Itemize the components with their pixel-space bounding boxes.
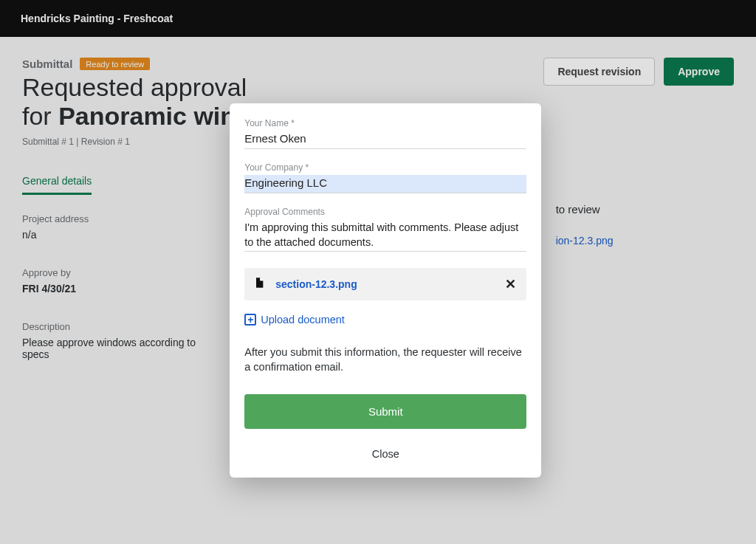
approval-comments-label: Approval Comments: [244, 207, 526, 217]
modal-info-text: After you submit this information, the r…: [244, 345, 526, 375]
field-your-name: Your Name *: [244, 118, 526, 149]
field-approve-by: Approve by FRI 4/30/21: [22, 267, 200, 295]
project-address-value: n/a: [22, 229, 200, 241]
upload-document-button[interactable]: + Upload document: [244, 314, 526, 326]
approve-by-value: FRI 4/30/21: [22, 283, 200, 295]
your-name-label: Your Name *: [244, 118, 526, 128]
status-badge: Ready to review: [80, 58, 150, 70]
description-value: Please approve windows according to spec…: [22, 337, 200, 360]
approval-comments-input[interactable]: [244, 219, 526, 252]
topbar: Hendricks Painting - Freshcoat: [0, 0, 756, 37]
approval-modal: Your Name * Your Company * Approval Comm…: [230, 103, 541, 478]
close-button[interactable]: Close: [244, 444, 526, 464]
remove-attachment-button[interactable]: ✕: [504, 276, 518, 292]
header-actions: Request revision Approve: [543, 58, 734, 86]
your-name-input[interactable]: [244, 131, 526, 149]
title-line2-prefix: for: [22, 102, 58, 130]
your-company-label: Your Company *: [244, 162, 526, 173]
plus-icon: +: [244, 314, 256, 326]
document-icon: [253, 275, 275, 293]
field-your-company: Your Company *: [244, 162, 526, 193]
title-line1: Requested approval: [22, 73, 247, 101]
project-address-label: Project address: [22, 213, 200, 224]
approve-button[interactable]: Approve: [664, 58, 734, 86]
request-revision-button[interactable]: Request revision: [543, 58, 655, 86]
attachment-row: section-12.3.png ✕: [244, 268, 526, 300]
description-label: Description: [22, 321, 200, 332]
tab-general-details[interactable]: General details: [22, 169, 92, 195]
field-project-address: Project address n/a: [22, 213, 200, 241]
field-description: Description Please approve windows accor…: [22, 321, 200, 360]
approve-by-label: Approve by: [22, 267, 200, 278]
right-file-fragment[interactable]: ion-12.3.png: [556, 235, 734, 247]
app-title: Hendricks Painting - Freshcoat: [21, 13, 173, 24]
submittal-label-row: Submittal Ready to review: [22, 58, 267, 70]
upload-document-label: Upload document: [261, 314, 345, 326]
field-approval-comments: Approval Comments: [244, 207, 526, 255]
submittal-label: Submittal: [22, 58, 72, 70]
submit-button[interactable]: Submit: [244, 394, 526, 429]
right-hint-text: to review: [556, 203, 734, 216]
attachment-link[interactable]: section-12.3.png: [275, 278, 504, 290]
your-company-input[interactable]: [244, 175, 526, 193]
details-col-left: Project address n/a Approve by FRI 4/30/…: [22, 213, 200, 387]
